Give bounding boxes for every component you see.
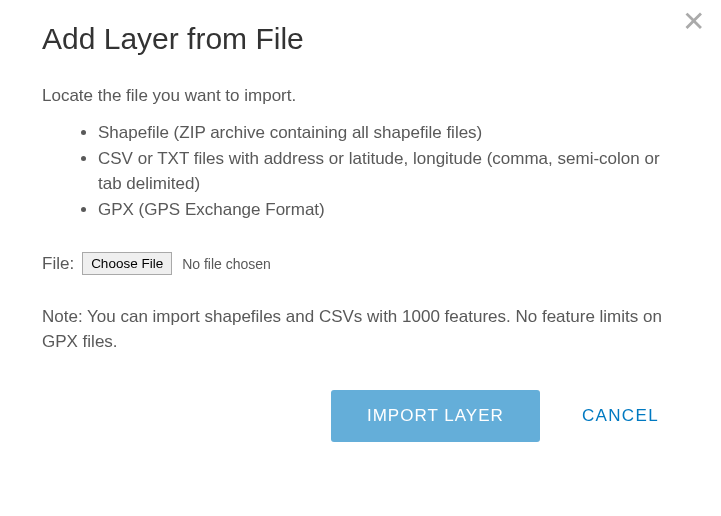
list-item: CSV or TXT files with address or latitud…: [98, 146, 679, 197]
format-list: Shapefile (ZIP archive containing all sh…: [42, 120, 679, 222]
choose-file-button[interactable]: Choose File: [82, 252, 172, 275]
lead-text: Locate the file you want to import.: [42, 86, 679, 106]
add-layer-dialog: Add Layer from File Locate the file you …: [0, 0, 721, 474]
file-input-row: File: Choose File No file chosen: [42, 252, 679, 275]
file-status-text: No file chosen: [182, 256, 271, 272]
list-item: Shapefile (ZIP archive containing all sh…: [98, 120, 679, 146]
dialog-actions: IMPORT LAYER CANCEL: [42, 390, 679, 442]
note-text: Note: You can import shapefiles and CSVs…: [42, 305, 679, 354]
import-layer-button[interactable]: IMPORT LAYER: [331, 390, 540, 442]
list-item: GPX (GPS Exchange Format): [98, 197, 679, 223]
dialog-title: Add Layer from File: [42, 22, 679, 56]
cancel-button[interactable]: CANCEL: [582, 406, 659, 426]
file-label: File:: [42, 254, 74, 274]
close-icon[interactable]: ✕: [682, 8, 705, 36]
